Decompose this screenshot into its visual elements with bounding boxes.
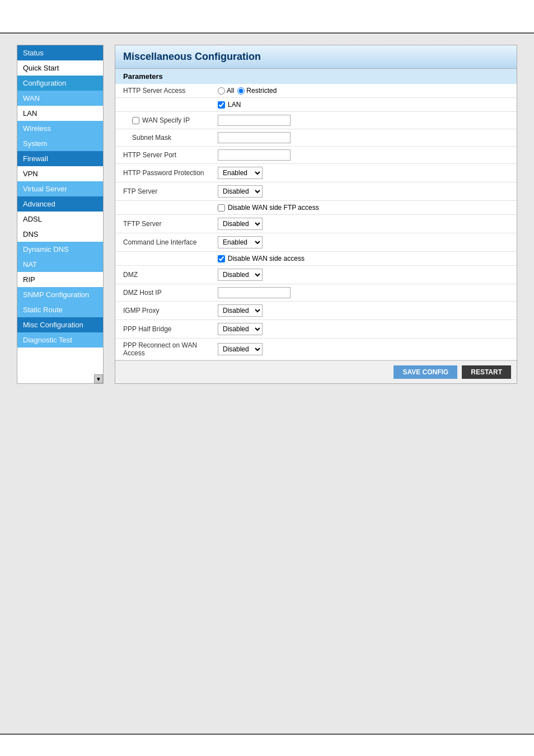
radio-group-access: All Restricted <box>218 87 511 95</box>
sidebar-item-system[interactable]: System <box>17 136 103 151</box>
label-ppp-reconnect: PPP Reconnect on WAN Access <box>115 339 213 360</box>
select-cli[interactable]: Enabled Disabled <box>218 236 263 248</box>
input-subnet-mask[interactable]: 255.0.0.0 <box>218 132 291 143</box>
restart-button[interactable]: RESTART <box>462 365 511 379</box>
field-dmz: Disabled Enabled <box>213 266 517 284</box>
label-empty-lan <box>115 98 213 112</box>
sidebar-item-vpn[interactable]: VPN <box>17 166 103 181</box>
field-http-password: Enabled Disabled <box>213 164 517 182</box>
field-cli: Enabled Disabled <box>213 233 517 252</box>
field-lan: LAN <box>213 98 517 112</box>
field-ftp-server: Disabled Enabled <box>213 182 517 201</box>
label-cli: Command Line Interface <box>115 233 213 252</box>
sidebar-item-adsl[interactable]: ADSL <box>17 212 103 227</box>
sidebar-item-static-route[interactable]: Static Route <box>17 302 103 317</box>
row-http-server-port: HTTP Server Port 80 <box>115 147 517 164</box>
select-http-password[interactable]: Enabled Disabled <box>218 167 263 179</box>
label-ftp-server: FTP Server <box>115 182 213 201</box>
field-tftp-server: Disabled Enabled <box>213 215 517 233</box>
field-igmp-proxy: Disabled Enabled <box>213 302 517 320</box>
label-http-password: HTTP Password Protection <box>115 164 213 182</box>
radio-all[interactable] <box>218 87 225 95</box>
row-http-password: HTTP Password Protection Enabled Disable… <box>115 164 517 182</box>
main-panel: Miscellaneous Configuration Parameters H… <box>115 45 517 384</box>
panel-body: Parameters HTTP Server Access All <box>115 69 517 383</box>
input-wan-specify-ip[interactable]: 10.0.0.10 <box>218 115 291 126</box>
radio-all-label[interactable]: All <box>218 87 234 95</box>
row-igmp-proxy: IGMP Proxy Disabled Enabled <box>115 302 517 320</box>
sidebar-item-rip[interactable]: RIP <box>17 272 103 287</box>
field-wan-specify-ip: 10.0.0.10 <box>213 112 517 129</box>
sidebar-item-lan[interactable]: LAN <box>17 106 103 121</box>
field-http-server-port: 80 <box>213 147 517 164</box>
label-ppp-half-bridge: PPP Half Bridge <box>115 320 213 339</box>
sidebar-item-configuration[interactable]: Configuration <box>17 76 103 91</box>
bottom-bar <box>0 734 534 756</box>
row-lan: LAN <box>115 98 517 112</box>
field-ppp-reconnect: Disabled Enabled <box>213 339 517 360</box>
row-disable-wan-access: Disable WAN side access <box>115 252 517 266</box>
field-disable-wan-access: Disable WAN side access <box>213 252 517 266</box>
sidebar-item-firewall[interactable]: Firewall <box>17 151 103 166</box>
sidebar-item-advanced[interactable]: Advanced <box>17 196 103 212</box>
sidebar-item-status[interactable]: Status <box>17 45 103 60</box>
row-subnet-mask: Subnet Mask 255.0.0.0 <box>115 129 517 147</box>
checkbox-disable-wan-access-label[interactable]: Disable WAN side access <box>218 255 511 262</box>
input-dmz-host-ip[interactable]: 0.0.0.0 <box>218 287 291 298</box>
row-cli: Command Line Interface Enabled Disabled <box>115 233 517 252</box>
label-dmz-host-ip: DMZ Host IP <box>115 284 213 302</box>
radio-restricted-label[interactable]: Restricted <box>237 87 277 95</box>
sidebar-item-wireless[interactable]: Wireless <box>17 121 103 136</box>
content-area: Status Quick Start Configuration WAN LAN… <box>0 34 534 395</box>
label-empty-wan-ftp <box>115 201 213 215</box>
field-subnet-mask: 255.0.0.0 <box>213 129 517 147</box>
input-http-server-port[interactable]: 80 <box>218 149 291 161</box>
sidebar-scroll-down[interactable]: ▼ <box>94 374 103 383</box>
sidebar-item-misc-config[interactable]: Misc Configuration <box>17 317 103 332</box>
row-dmz-host-ip: DMZ Host IP 0.0.0.0 <box>115 284 517 302</box>
label-subnet-mask: Subnet Mask <box>115 129 213 147</box>
row-ftp-server: FTP Server Disabled Enabled <box>115 182 517 201</box>
checkbox-disable-wan-ftp[interactable] <box>218 204 225 212</box>
sidebar-item-diagnostic[interactable]: Diagnostic Test <box>17 332 103 348</box>
row-dmz: DMZ Disabled Enabled <box>115 266 517 284</box>
row-disable-wan-ftp: Disable WAN side FTP access <box>115 201 517 215</box>
sidebar-item-nat[interactable]: NAT <box>17 257 103 272</box>
select-ppp-reconnect[interactable]: Disabled Enabled <box>218 343 263 355</box>
sidebar-item-wan[interactable]: WAN <box>17 91 103 106</box>
select-tftp-server[interactable]: Disabled Enabled <box>218 218 263 230</box>
panel-title: Miscellaneous Configuration <box>115 45 517 69</box>
field-disable-wan-ftp: Disable WAN side FTP access <box>213 201 517 215</box>
select-dmz[interactable]: Disabled Enabled <box>218 269 263 281</box>
page-wrapper: Status Quick Start Configuration WAN LAN… <box>0 0 534 756</box>
select-igmp-proxy[interactable]: Disabled Enabled <box>218 304 263 317</box>
footer-buttons: SAVE CONFIG RESTART <box>115 360 517 383</box>
sidebar-item-dns[interactable]: DNS <box>17 227 103 242</box>
params-header: Parameters <box>115 69 517 84</box>
label-wan-specify-ip: WAN Specify IP <box>115 112 213 129</box>
label-http-server-access: HTTP Server Access <box>115 84 213 98</box>
sidebar: Status Quick Start Configuration WAN LAN… <box>17 45 104 384</box>
sidebar-item-snmp[interactable]: SNMP Configuration <box>17 287 103 302</box>
checkbox-lan-label[interactable]: LAN <box>218 101 511 109</box>
field-http-server-access: All Restricted <box>213 84 517 98</box>
field-dmz-host-ip: 0.0.0.0 <box>213 284 517 302</box>
sidebar-inner: Status Quick Start Configuration WAN LAN… <box>17 45 103 348</box>
row-ppp-reconnect: PPP Reconnect on WAN Access Disabled Ena… <box>115 339 517 360</box>
select-ppp-half-bridge[interactable]: Disabled Enabled <box>218 323 263 335</box>
checkbox-wan-ip[interactable] <box>132 117 139 124</box>
row-wan-specify-ip: WAN Specify IP 10.0.0.10 <box>115 112 517 129</box>
row-http-server-access: HTTP Server Access All Restri <box>115 84 517 98</box>
save-button[interactable]: SAVE CONFIG <box>394 365 457 379</box>
radio-restricted[interactable] <box>237 87 245 95</box>
sidebar-item-virtual-server[interactable]: Virtual Server <box>17 181 103 196</box>
checkbox-disable-wan-access[interactable] <box>218 255 225 262</box>
checkbox-lan[interactable] <box>218 101 225 109</box>
sidebar-item-dynamic-dns[interactable]: Dynamic DNS <box>17 242 103 257</box>
label-http-server-port: HTTP Server Port <box>115 147 213 164</box>
select-ftp-server[interactable]: Disabled Enabled <box>218 185 263 198</box>
checkbox-disable-wan-ftp-label[interactable]: Disable WAN side FTP access <box>218 204 511 212</box>
label-empty-wan-access <box>115 252 213 266</box>
sidebar-item-quickstart[interactable]: Quick Start <box>17 60 103 76</box>
checkbox-wan-ip-label[interactable]: WAN Specify IP <box>132 116 208 124</box>
